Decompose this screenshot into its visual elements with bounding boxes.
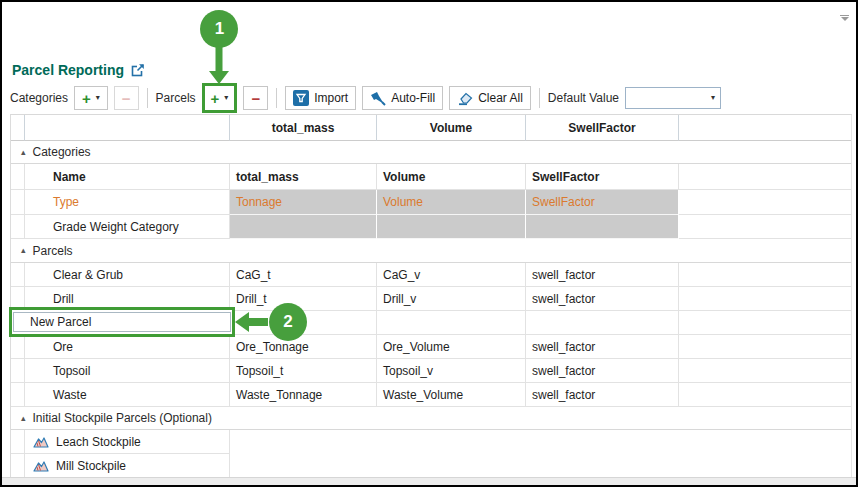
clear-all-button[interactable]: Clear All: [449, 86, 531, 110]
autofill-bolt-icon: [370, 91, 386, 106]
section-categories[interactable]: ▴ Categories: [11, 141, 851, 164]
callout-arrow-1-head: [209, 71, 229, 84]
chevron-down-icon: ▾: [224, 94, 228, 102]
row-indicator[interactable]: [11, 383, 25, 407]
cell-name[interactable]: Name: [25, 164, 230, 190]
toolbar-separator: [539, 88, 540, 108]
section-stockpiles[interactable]: ▴ Initial Stockpile Parcels (Optional): [11, 407, 851, 430]
name-column-header: [25, 115, 230, 141]
cell-name[interactable]: Grade Weight Category: [25, 215, 230, 239]
row-indicator[interactable]: [11, 454, 25, 478]
table-row: Type Tonnage Volume SwellFactor: [11, 190, 851, 215]
table-row: Name total_mass Volume SwellFactor: [11, 164, 851, 190]
cell-blank: [377, 454, 526, 478]
new-parcel-name-input[interactable]: [13, 312, 231, 332]
cell-swellfactor[interactable]: SwellFactor: [526, 190, 679, 215]
cell-volume[interactable]: Drill_v: [377, 287, 526, 311]
column-header-volume: Volume: [377, 115, 526, 141]
page-title: Parcel Reporting: [12, 62, 124, 78]
cell-volume[interactable]: Waste_Volume: [377, 383, 526, 407]
column-header-total-mass: total_mass: [230, 115, 377, 141]
cell-filler: [679, 164, 851, 190]
cell-total-mass[interactable]: Waste_Tonnage: [230, 383, 377, 407]
chevron-down-icon: ▾: [96, 94, 100, 102]
stockpile-icon: [33, 460, 49, 472]
toolbar-separator: [276, 88, 277, 108]
callout-arrow-2-head: [235, 312, 249, 332]
cell-blank: [526, 454, 679, 478]
cell-filler: [679, 359, 851, 383]
cell-total-mass[interactable]: CaG_t: [230, 263, 377, 287]
cell-volume[interactable]: Volume: [377, 190, 526, 215]
toolbar: Categories + ▾ − Parcels + ▾ 1 −: [10, 82, 852, 114]
table-row: Waste Waste_Tonnage Waste_Volume swell_f…: [11, 383, 851, 407]
grid-options-icon[interactable]: [839, 15, 850, 21]
window: Parcel Reporting Categories + ▾ − Parcel…: [0, 0, 858, 487]
collapse-icon[interactable]: ▴: [21, 148, 26, 157]
row-indicator[interactable]: [11, 164, 25, 190]
cell-total-mass[interactable]: [230, 215, 377, 239]
eraser-icon: [457, 91, 473, 106]
cell-swellfactor[interactable]: swell_factor: [526, 383, 679, 407]
cell-name[interactable]: Type: [25, 190, 230, 215]
cell-swellfactor[interactable]: swell_factor: [526, 359, 679, 383]
cell-total-mass[interactable]: total_mass: [230, 164, 377, 190]
cell-volume[interactable]: Ore_Volume: [377, 335, 526, 359]
cell-name[interactable]: Waste: [25, 383, 230, 407]
callout-step-1: 1: [200, 10, 238, 48]
import-button[interactable]: Import: [285, 86, 356, 110]
cell-swellfactor[interactable]: [526, 311, 679, 335]
callout-arrow-1-stem: [216, 46, 223, 72]
cell-volume[interactable]: Topsoil_v: [377, 359, 526, 383]
toolbar-separator: [147, 88, 148, 108]
table-row: Leach Stockpile: [11, 430, 851, 454]
cell-swellfactor[interactable]: swell_factor: [526, 335, 679, 359]
cell-swellfactor[interactable]: swell_factor: [526, 287, 679, 311]
autofill-button[interactable]: Auto-Fill: [362, 86, 443, 110]
column-header-swellfactor: SwellFactor: [526, 115, 679, 141]
remove-category-button[interactable]: −: [114, 86, 139, 110]
row-indicator[interactable]: [11, 430, 25, 454]
stockpile-label: Mill Stockpile: [56, 459, 126, 473]
cell-blank: [679, 430, 851, 454]
row-indicator[interactable]: [11, 359, 25, 383]
collapse-icon[interactable]: ▴: [21, 246, 26, 255]
cell-total-mass[interactable]: Tonnage: [230, 190, 377, 215]
table-row: Mill Stockpile: [11, 454, 851, 478]
row-indicator[interactable]: [11, 215, 25, 239]
row-indicator-header: [11, 115, 25, 141]
bottom-strip: [2, 477, 856, 485]
cell-swellfactor[interactable]: SwellFactor: [526, 164, 679, 190]
cell-volume[interactable]: [377, 215, 526, 239]
cell-volume[interactable]: CaG_v: [377, 263, 526, 287]
add-parcel-button[interactable]: + ▾ 1: [202, 83, 238, 113]
row-indicator[interactable]: [11, 335, 25, 359]
table-row: Topsoil Topsoil_t Topsoil_v swell_factor: [11, 359, 851, 383]
collapse-icon[interactable]: ▴: [21, 414, 26, 423]
cell-swellfactor[interactable]: swell_factor: [526, 263, 679, 287]
column-header-row: total_mass Volume SwellFactor: [11, 115, 851, 141]
stockpile-row-mill[interactable]: Mill Stockpile: [25, 454, 230, 478]
section-parcels[interactable]: ▴ Parcels: [11, 239, 851, 263]
open-external-icon[interactable]: [131, 63, 145, 77]
import-filter-icon: [293, 90, 309, 106]
add-category-button[interactable]: + ▾: [74, 86, 108, 110]
row-indicator[interactable]: [11, 263, 25, 287]
cell-filler: [679, 263, 851, 287]
stockpile-row-leach[interactable]: Leach Stockpile: [25, 430, 230, 454]
cell-volume[interactable]: [377, 311, 526, 335]
cell-total-mass[interactable]: Drill_t: [230, 287, 377, 311]
row-indicator[interactable]: [11, 190, 25, 215]
remove-parcel-button[interactable]: −: [243, 86, 268, 110]
default-value-select[interactable]: ▾: [625, 87, 721, 109]
cell-name[interactable]: Clear & Grub: [25, 263, 230, 287]
table-row: Clear & Grub CaG_t CaG_v swell_factor: [11, 263, 851, 287]
cell-volume[interactable]: Volume: [377, 164, 526, 190]
cell-total-mass[interactable]: Ore_Tonnage: [230, 335, 377, 359]
chevron-down-icon: ▾: [711, 94, 715, 102]
cell-name[interactable]: Topsoil: [25, 359, 230, 383]
cell-swellfactor[interactable]: [526, 215, 679, 239]
cell-total-mass[interactable]: Topsoil_t: [230, 359, 377, 383]
plus-icon: +: [82, 91, 91, 106]
cell-name[interactable]: Ore: [25, 335, 230, 359]
